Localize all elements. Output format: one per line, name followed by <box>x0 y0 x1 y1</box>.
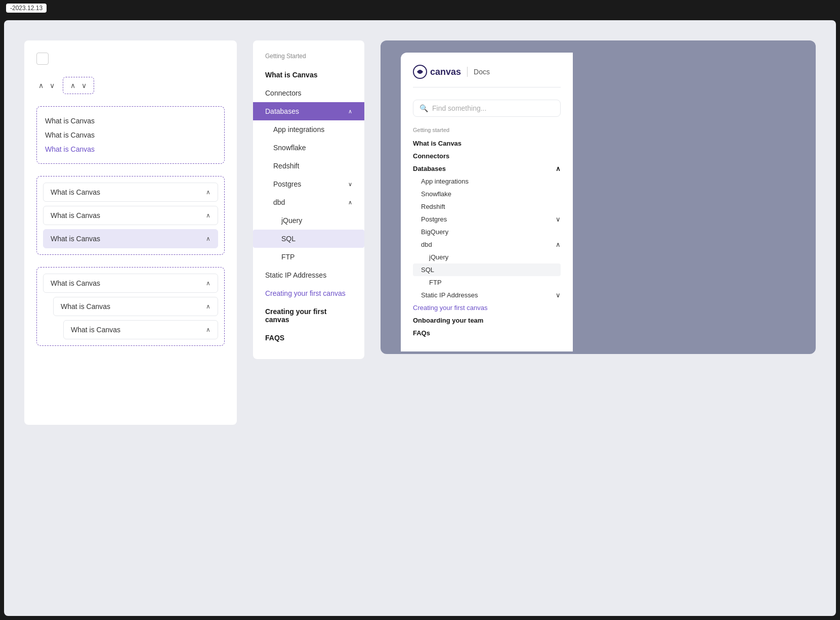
databases-chevron-right: ∧ <box>556 165 561 172</box>
nested-l2-label: What is Canvas <box>61 302 110 311</box>
search-icon: 🔍 <box>419 104 428 112</box>
right-nav-snowflake[interactable]: Snowflake <box>413 188 561 200</box>
middle-panel: Getting Started What is Canvas Connector… <box>253 40 364 359</box>
nav-item-creating-canvas-link[interactable]: Creating your first canvas <box>253 284 364 302</box>
list-item-1: What is Canvas <box>45 115 216 127</box>
nav-section-label: Getting Started <box>253 53 364 66</box>
accordion-item-2[interactable]: What is Canvas ∧ <box>43 206 218 225</box>
arrow-controls: ∧ ∨ ∧ ∨ <box>36 77 225 94</box>
nav-item-connectors[interactable]: Connectors <box>253 84 364 102</box>
right-nav-faqs[interactable]: FAQs <box>413 327 561 339</box>
nav-item-app-integrations[interactable]: App integrations <box>253 120 364 139</box>
accordion-section-1: What is Canvas ∧ What is Canvas ∧ What i… <box>36 176 225 255</box>
right-nav-redshift[interactable]: Redshift <box>413 200 561 213</box>
down-arrow-button[interactable]: ∨ <box>48 80 57 91</box>
right-nav-ftp[interactable]: FTP <box>413 276 561 289</box>
accordion-item-1[interactable]: What is Canvas ∧ <box>43 183 218 202</box>
nav-item-sql[interactable]: SQL <box>253 230 364 248</box>
search-bar[interactable]: 🔍 Find something... <box>413 100 561 117</box>
canvas-header: canvas Docs <box>413 65 561 87</box>
nested-accordion: What is Canvas ∧ What is Canvas ∧ What i… <box>36 267 225 346</box>
nav-item-creating-canvas[interactable]: Creating your first canvas <box>253 302 364 329</box>
right-nav-static-ip[interactable]: Static IP Addresses ∨ <box>413 289 561 301</box>
up-arrow-button[interactable]: ∧ <box>36 80 46 91</box>
chevron-up-icon: ∧ <box>206 189 211 196</box>
nav-item-postgres[interactable]: Postgres ∨ <box>253 175 364 193</box>
right-nav-jquery[interactable]: jQuery <box>413 251 561 263</box>
right-nav-sql[interactable]: SQL <box>413 263 561 276</box>
nav-item-what-is-canvas[interactable]: What is Canvas <box>253 66 364 84</box>
nav-item-faqs[interactable]: FAQS <box>253 329 364 347</box>
nav-item-dbd[interactable]: dbd ∧ <box>253 193 364 211</box>
accordion-item-3[interactable]: What is Canvas ∧ <box>43 229 218 248</box>
right-nav-section-label: Getting started <box>413 127 561 133</box>
nested-chevron-3: ∧ <box>206 326 211 333</box>
canvas-docs-label: Docs <box>474 68 490 76</box>
nested-item-l2[interactable]: What is Canvas ∧ <box>53 297 218 316</box>
right-nav-onboarding[interactable]: Onboarding your team <box>413 314 561 327</box>
left-panel: ∧ ∨ ∧ ∨ What is Canvas What is Canvas Wh… <box>24 40 237 425</box>
main-content: ∧ ∨ ∧ ∨ What is Canvas What is Canvas Wh… <box>4 20 836 616</box>
nav-item-redshift[interactable]: Redshift <box>253 157 364 175</box>
right-nav-bigquery[interactable]: BigQuery <box>413 226 561 238</box>
arrow-group-plain: ∧ ∨ <box>36 80 57 91</box>
nav-item-jquery[interactable]: jQuery <box>253 211 364 230</box>
down-arrow-dashed-button[interactable]: ∨ <box>79 80 89 91</box>
search-placeholder: Find something... <box>432 104 486 112</box>
list-item-2: What is Canvas <box>45 129 216 141</box>
up-arrow-dashed-button[interactable]: ∧ <box>68 80 77 91</box>
canvas-logo-icon <box>413 65 427 79</box>
title-bar-label: -2023.12.13 <box>6 4 47 13</box>
canvas-logo: canvas <box>413 65 461 79</box>
arrow-group-dashed: ∧ ∨ <box>63 77 94 94</box>
right-nav-creating-canvas[interactable]: Creating your first canvas <box>413 301 561 314</box>
nav-item-databases[interactable]: Databases ∧ <box>253 102 364 120</box>
nav-item-ftp[interactable]: FTP <box>253 248 364 266</box>
accordion-item-2-label: What is Canvas <box>51 211 100 219</box>
chevron-up-icon-3: ∧ <box>206 235 211 242</box>
accordion-item-3-label: What is Canvas <box>51 235 100 243</box>
accordion-item-1-label: What is Canvas <box>51 188 100 196</box>
postgres-chevron-right: ∨ <box>556 215 561 223</box>
dbd-chevron-right: ∧ <box>556 241 561 248</box>
right-nav-databases[interactable]: Databases ∧ <box>413 162 561 175</box>
small-box <box>36 53 49 65</box>
right-nav-what-is-canvas[interactable]: What is Canvas <box>413 137 561 150</box>
postgres-chevron-icon: ∨ <box>348 181 352 188</box>
databases-chevron-icon: ∧ <box>348 108 352 115</box>
right-nav-connectors[interactable]: Connectors <box>413 150 561 162</box>
nested-chevron-1: ∧ <box>206 280 211 287</box>
nav-item-snowflake[interactable]: Snowflake <box>253 139 364 157</box>
nested-item-l3[interactable]: What is Canvas ∧ <box>63 320 218 339</box>
chevron-up-icon-2: ∧ <box>206 212 211 219</box>
right-nav-app-integrations[interactable]: App integrations <box>413 175 561 188</box>
right-browser-inner: canvas Docs 🔍 Find something... Getting … <box>401 53 573 351</box>
right-nav-dbd[interactable]: dbd ∧ <box>413 238 561 251</box>
nested-l1-label: What is Canvas <box>51 279 100 287</box>
list-section: What is Canvas What is Canvas What is Ca… <box>36 106 225 164</box>
title-bar: -2023.12.13 <box>0 0 840 16</box>
canvas-divider <box>467 67 468 77</box>
nested-l3-label: What is Canvas <box>71 326 120 334</box>
static-ip-chevron: ∨ <box>556 291 561 299</box>
nav-item-static-ip[interactable]: Static IP Addresses <box>253 266 364 284</box>
list-item-link[interactable]: What is Canvas <box>45 143 216 155</box>
dbd-chevron-icon: ∧ <box>348 199 352 206</box>
right-panel: canvas Docs 🔍 Find something... Getting … <box>381 40 816 354</box>
canvas-logo-text: canvas <box>430 67 461 77</box>
right-nav-postgres[interactable]: Postgres ∨ <box>413 213 561 226</box>
nested-item-l1[interactable]: What is Canvas ∧ <box>43 274 218 293</box>
right-browser: canvas Docs 🔍 Find something... Getting … <box>381 40 816 354</box>
nested-chevron-2: ∧ <box>206 303 211 310</box>
